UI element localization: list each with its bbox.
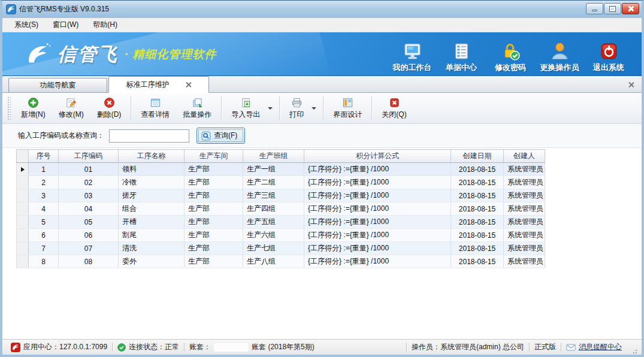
table-cell[interactable]: 08 [59, 255, 119, 268]
row-indicator-cell[interactable] [17, 255, 29, 268]
exit-system-button[interactable]: 退出系统 [584, 41, 633, 73]
table-cell[interactable]: 5 [29, 216, 59, 229]
table-cell[interactable]: 生产部 [185, 242, 243, 255]
table-cell[interactable]: 生产部 [185, 163, 243, 176]
table-cell[interactable]: 生产部 [185, 255, 243, 268]
table-cell[interactable]: 系统管理员 [504, 202, 545, 216]
row-indicator-cell[interactable] [17, 176, 29, 189]
toolbar-grip-handle[interactable] [7, 96, 11, 120]
close-tab-button[interactable]: 关闭(Q) [375, 95, 413, 122]
print-dropdown-arrow[interactable] [310, 93, 320, 123]
column-header[interactable]: 生产车间 [185, 150, 243, 163]
table-cell[interactable]: 搓牙 [119, 189, 185, 202]
print-button[interactable]: 打印 [283, 95, 310, 122]
row-indicator-cell[interactable] [17, 189, 29, 202]
table-cell[interactable]: 6 [29, 229, 59, 242]
table-cell[interactable]: 1 [29, 163, 59, 176]
menu-item-system[interactable]: 系统(S) [7, 18, 46, 32]
table-cell[interactable]: 7 [29, 242, 59, 255]
tab-standard-process[interactable]: 标准工序维护 [108, 76, 209, 93]
table-cell[interactable]: 01 [59, 163, 119, 176]
table-cell[interactable]: {工序得分} :={重量} /1000 [304, 242, 451, 255]
table-cell[interactable]: 生产四组 [243, 202, 304, 216]
resize-grip[interactable] [630, 347, 638, 355]
close-button[interactable] [622, 3, 639, 14]
table-row[interactable]: 202冷镦生产部生产二组{工序得分} :={重量} /10002018-08-1… [17, 176, 545, 189]
table-cell[interactable]: 03 [59, 189, 119, 202]
table-cell[interactable]: {工序得分} :={重量} /1000 [304, 216, 451, 229]
edit-button[interactable]: 修改(M) [52, 95, 90, 122]
import-export-dropdown-arrow[interactable] [267, 93, 276, 123]
delete-button[interactable]: 删除(D) [90, 95, 128, 122]
menu-item-help[interactable]: 帮助(H) [86, 18, 125, 32]
table-cell[interactable]: 组合 [119, 202, 185, 216]
table-cell[interactable]: 2 [29, 176, 59, 189]
tab-close-icon[interactable] [185, 81, 192, 88]
table-cell[interactable]: {工序得分} :={重量} /1000 [304, 163, 451, 176]
table-cell[interactable]: 4 [29, 202, 59, 216]
table-cell[interactable]: 系统管理员 [504, 242, 545, 255]
table-cell[interactable]: {工序得分} :={重量} /1000 [304, 255, 451, 268]
table-cell[interactable]: 2018-08-15 [451, 189, 504, 202]
table-cell[interactable]: 05 [59, 216, 119, 229]
table-row[interactable]: 404组合生产部生产四组{工序得分} :={重量} /10002018-08-1… [17, 202, 545, 216]
table-cell[interactable]: 2018-08-15 [451, 202, 504, 216]
table-cell[interactable]: 割尾 [119, 229, 185, 242]
row-indicator-cell[interactable] [17, 229, 29, 242]
table-cell[interactable]: 领料 [119, 163, 185, 176]
column-header[interactable]: 工序名称 [119, 150, 185, 163]
change-password-button[interactable]: 修改密码 [486, 41, 535, 73]
add-button[interactable]: 新增(N) [14, 95, 52, 122]
maximize-button[interactable] [604, 3, 621, 14]
ui-design-button[interactable]: 界面设计 [326, 95, 368, 122]
table-cell[interactable]: 2018-08-15 [451, 216, 504, 229]
table-cell[interactable]: 02 [59, 176, 119, 189]
table-row[interactable]: 808委外生产部生产八组{工序得分} :={重量} /10002018-08-1… [17, 255, 545, 268]
table-row[interactable]: 606割尾生产部生产六组{工序得分} :={重量} /10002018-08-1… [17, 229, 545, 242]
column-header[interactable]: 序号 [29, 150, 59, 163]
table-cell[interactable]: 系统管理员 [504, 229, 545, 242]
table-row[interactable]: 505开槽生产部生产五组{工序得分} :={重量} /10002018-08-1… [17, 216, 545, 229]
column-header[interactable]: 积分计算公式 [304, 150, 451, 163]
table-cell[interactable]: {工序得分} :={重量} /1000 [304, 176, 451, 189]
table-cell[interactable]: 2018-08-15 [451, 163, 504, 176]
table-cell[interactable]: 系统管理员 [504, 163, 545, 176]
row-indicator-cell[interactable] [17, 242, 29, 255]
table-cell[interactable]: 系统管理员 [504, 189, 545, 202]
table-cell[interactable]: 生产部 [185, 189, 243, 202]
menu-item-window[interactable]: 窗口(W) [46, 18, 86, 32]
column-header[interactable]: 创建人 [504, 150, 545, 163]
table-cell[interactable]: 清洗 [119, 242, 185, 255]
row-indicator-cell[interactable] [17, 202, 29, 216]
column-header[interactable]: 工序编码 [59, 150, 119, 163]
table-cell[interactable]: 生产五组 [243, 216, 304, 229]
table-cell[interactable]: 07 [59, 242, 119, 255]
table-row[interactable]: 101领料生产部生产一组{工序得分} :={重量} /10002018-08-1… [17, 163, 545, 176]
tab-function-nav[interactable]: 功能导航窗 [8, 78, 107, 92]
table-cell[interactable]: 04 [59, 202, 119, 216]
minimize-button[interactable] [586, 3, 603, 14]
column-header[interactable]: 创建日期 [451, 150, 504, 163]
table-cell[interactable]: 系统管理员 [504, 255, 545, 268]
table-cell[interactable]: 开槽 [119, 216, 185, 229]
table-cell[interactable]: 系统管理员 [504, 176, 545, 189]
search-input[interactable] [109, 129, 189, 143]
table-cell[interactable]: 生产部 [185, 176, 243, 189]
table-cell[interactable]: 生产部 [185, 229, 243, 242]
column-header[interactable]: 生产班组 [243, 150, 304, 163]
table-cell[interactable]: 系统管理员 [504, 216, 545, 229]
row-indicator-cell[interactable] [17, 216, 29, 229]
table-row[interactable]: 707清洗生产部生产七组{工序得分} :={重量} /10002018-08-1… [17, 242, 545, 255]
table-cell[interactable]: 生产一组 [243, 163, 304, 176]
table-cell[interactable]: 2018-08-15 [451, 176, 504, 189]
table-cell[interactable]: 2018-08-15 [451, 229, 504, 242]
message-center-link[interactable]: 消息提醒中心 [561, 342, 627, 352]
table-cell[interactable]: 生产二组 [243, 176, 304, 189]
import-export-button[interactable]: 导入导出 [225, 95, 267, 122]
table-cell[interactable]: 3 [29, 189, 59, 202]
batch-operations-button[interactable]: 批量操作 [176, 95, 218, 122]
table-cell[interactable]: 生产七组 [243, 242, 304, 255]
table-cell[interactable]: 8 [29, 255, 59, 268]
change-operator-button[interactable]: 更换操作员 [535, 41, 584, 73]
table-cell[interactable]: 生产部 [185, 216, 243, 229]
